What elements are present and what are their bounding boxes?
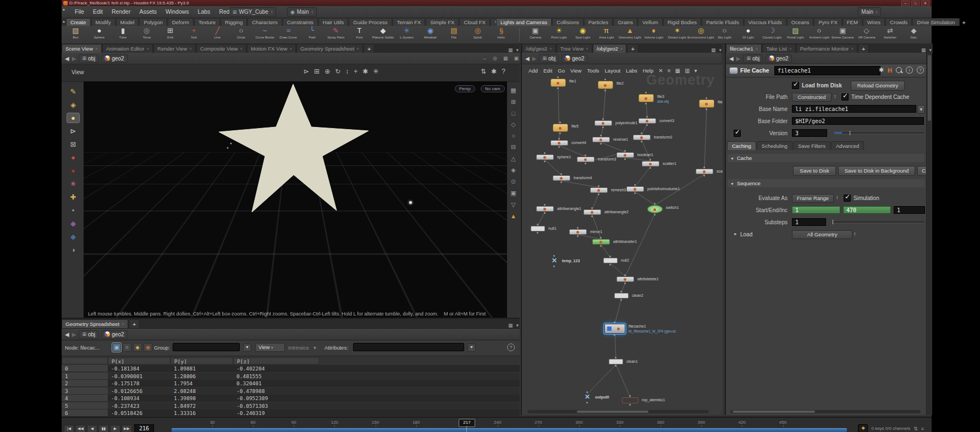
gem-blue-tool-icon[interactable]: ◆ (67, 232, 79, 241)
breadcrumb-obj[interactable]: ⊞obj (79, 330, 98, 339)
breadcrumb-obj[interactable]: ⊞obj (539, 54, 559, 63)
shelf-tab-oceans[interactable]: Oceans (787, 18, 814, 26)
shelf-scroll-up-icon[interactable]: ▲ (62, 8, 65, 11)
node-file5[interactable]: file5 (553, 124, 568, 132)
view-dropdown[interactable]: View ▾ (255, 343, 285, 352)
params-hscroll-thumb[interactable] (733, 411, 815, 413)
attributes-input[interactable] (353, 343, 464, 351)
pane-menu-icon[interactable]: ▦ (920, 47, 927, 53)
simulation-checkbox[interactable] (844, 195, 851, 202)
table-row[interactable]: 4-0.1089341.39898-0.0952389 (62, 395, 520, 402)
right-desktop-selector[interactable]: Main ↕ (858, 7, 881, 16)
pane-menu-icon[interactable]: ▦ (507, 323, 514, 328)
shelf-tool-box[interactable]: ▧Box (64, 26, 87, 39)
timeline-range-bar[interactable] (172, 428, 847, 432)
view-menu[interactable]: View (71, 69, 84, 75)
shelf-tool-path[interactable]: ╰Path (300, 26, 324, 39)
display-options-icon[interactable]: ✳ (373, 68, 378, 75)
node-scatter1[interactable]: scatter1 (642, 161, 659, 167)
no-cam-badge[interactable]: No cam (481, 85, 505, 92)
node-output0[interactable]: ✕output0 (583, 394, 591, 401)
folder-tab-save-filters[interactable]: Save Filters (793, 141, 830, 150)
version-slider[interactable] (834, 132, 924, 134)
breadcrumb-geo2[interactable]: geo2 (561, 54, 587, 63)
shelf-tool-spray-paint[interactable]: ✎Spray Paint (324, 26, 348, 39)
params-tab-take-list[interactable]: Take List× (762, 44, 795, 53)
shelf-tab-model[interactable]: Model (116, 18, 139, 26)
pane-menu-icon[interactable]: ▦ (710, 47, 717, 53)
new-pane-tab-button[interactable]: + (364, 44, 375, 53)
gear-icon[interactable]: ✱ (879, 67, 884, 74)
expand-triangle-icon[interactable]: ► (734, 232, 737, 236)
table-row[interactable]: 3-0.01266562.08248-0.478988 (62, 387, 520, 395)
group-filter-icon[interactable]: ▼ (243, 344, 251, 352)
frame-box-icon[interactable]: ⊞ (511, 98, 516, 106)
save-to-disk-button[interactable]: Save to Disk (793, 166, 836, 176)
save-to-disk-background-button[interactable]: Save to Disk in Background (838, 166, 915, 176)
close-tab-icon[interactable]: × (189, 46, 192, 51)
sequence-section-header[interactable]: ▼Sequence (728, 179, 924, 187)
node-clean2[interactable]: clean2 (614, 293, 629, 298)
node-reverse1[interactable]: reverse1 (592, 137, 610, 142)
close-tab-icon[interactable]: × (240, 46, 243, 51)
close-tab-icon[interactable]: × (356, 46, 359, 51)
shelf-tab-deform[interactable]: Deform (168, 18, 194, 26)
square-display-icon[interactable]: □ (511, 110, 515, 117)
load-from-disk-checkbox[interactable] (792, 82, 799, 89)
keyframe-icon[interactable]: ◆ (858, 424, 868, 432)
network-tab-tree-view[interactable]: Tree View× (557, 44, 592, 53)
network-editor-pane[interactable]: AddEditGoViewToolsLayoutLabsHelp✕≡▦▥▾ Ge… (521, 64, 723, 415)
node-convert3[interactable]: convert3 (638, 118, 656, 124)
shelf-tool-metaball[interactable]: ◉Metaball (419, 26, 442, 39)
node-file4[interactable]: file4 (699, 99, 714, 108)
grid-snap-icon[interactable]: ▦ (502, 56, 509, 61)
shelf-tool-platonic-solids[interactable]: ◆Platonic Solids (371, 26, 395, 39)
shelf-tab-collisions[interactable]: Collisions (552, 18, 583, 26)
substeps-field[interactable]: 1 (792, 218, 826, 226)
shelf-tool-sky-light[interactable]: ○Sky Light (713, 26, 736, 39)
persp-badge[interactable]: Persp (455, 85, 475, 92)
info-icon[interactable]: i (906, 67, 913, 74)
move-tool-icon[interactable]: ⊕ (324, 68, 330, 75)
shelf-tool-grid[interactable]: ⊞Grid (158, 26, 182, 39)
table-row[interactable]: 2-0.1751781.79540.320401 (62, 380, 520, 387)
timeline-options-icon[interactable]: ⇅ (913, 426, 918, 431)
shelf-tool-null[interactable]: +Null (182, 26, 206, 39)
params-hscrollbar[interactable] (730, 410, 921, 413)
back-button[interactable]: ◀ (65, 331, 69, 337)
node-filecache1[interactable]: filecache1ld_/filecache1_ld_1F4 (geo.sc (604, 324, 625, 334)
node-remesh3[interactable]: remesh3 (590, 187, 608, 193)
shelf-tool-switcher[interactable]: ⇄Switcher (878, 26, 902, 39)
cube-selector[interactable]: ⊞ WGY_Cube ↕ (229, 7, 276, 16)
frame-selection-icon[interactable]: ◎ (492, 56, 498, 61)
forward-button[interactable]: ▶ (532, 56, 537, 62)
params-tab-performance-monitor[interactable]: Performance Monitor× (796, 44, 857, 53)
params-vscroll-thumb[interactable] (928, 55, 931, 121)
layout-split-icon[interactable]: ⇅ (481, 68, 486, 75)
shelf-tool-caustic-light[interactable]: ☽Caustic Light (760, 26, 784, 39)
load-dropdown[interactable]: All Geometry (792, 230, 852, 239)
base-name-field[interactable]: li zi.filecache1 (792, 105, 916, 113)
shelf-tab-particle-fluids[interactable]: Particle Fluids (702, 18, 744, 26)
forward-button[interactable]: ▶ (72, 331, 76, 337)
shelf-tool-sphere[interactable]: ●Sphere (87, 26, 111, 39)
shelf-tab-rigging[interactable]: Rigging (221, 18, 247, 26)
node-label[interactable]: Node: filecac... (65, 345, 100, 351)
pane-maximize-icon[interactable]: ▾ (515, 47, 520, 53)
chevron-updown-icon[interactable]: ↕ (834, 93, 836, 99)
new-pane-tab-button[interactable]: + (858, 44, 869, 53)
intrinsics-dropdown[interactable]: Intrinsics (288, 345, 309, 351)
help-icon[interactable]: ? (917, 67, 924, 74)
pane-maximize-icon[interactable]: ▾ (928, 47, 933, 53)
version-field[interactable]: 3 (792, 129, 827, 137)
scene-tab-geometry-spreadsheet[interactable]: Geometry Spreadsheet× (296, 44, 363, 53)
base-folder-field[interactable]: $HIP/geo2 (792, 117, 924, 125)
shelf-tool-spot-light[interactable]: ◉Spot Light (571, 26, 594, 39)
close-tab-icon[interactable]: × (851, 46, 854, 51)
node-name-field[interactable]: filecache1 (774, 66, 880, 75)
scene-tab-scene-view[interactable]: Scene View× (62, 44, 102, 53)
menu-assets[interactable]: Assets (135, 8, 161, 15)
new-pane-tab-button[interactable]: + (627, 44, 638, 53)
panel-display-icon[interactable]: ▣ (510, 190, 516, 197)
shelf-tab-terrain-fx[interactable]: Terrain FX (393, 18, 426, 26)
